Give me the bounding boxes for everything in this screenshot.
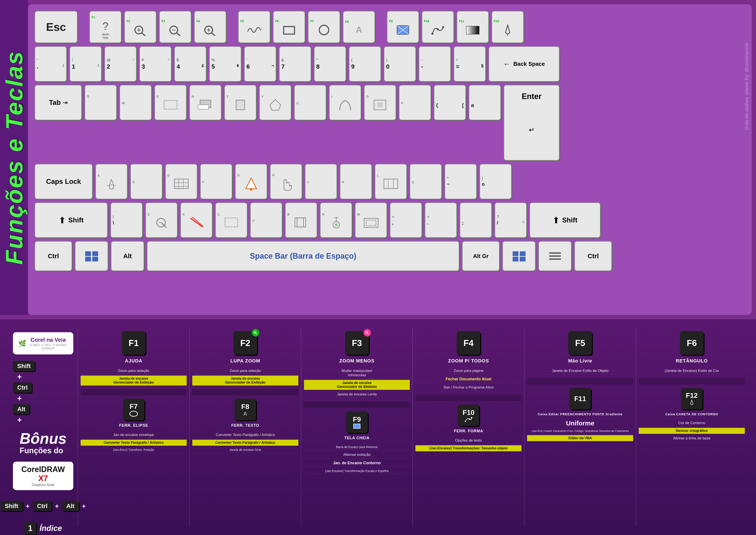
svg-rect-54 <box>85 257 91 262</box>
key-minus[interactable]: - - <box>418 46 451 82</box>
key-f1[interactable]: F1 ? AjudaHelp <box>89 11 122 43</box>
key-alt-left[interactable]: Alt <box>111 241 144 271</box>
key-o[interactable]: O <box>364 85 396 120</box>
key-c[interactable]: C <box>215 202 248 238</box>
key-shift-right[interactable]: ⬆ Shift <box>529 202 601 238</box>
fn5-divider <box>527 378 633 384</box>
key-v[interactable]: V <box>250 202 283 238</box>
svg-point-16 <box>431 33 434 35</box>
key-h[interactable]: H <box>270 164 302 199</box>
key-k[interactable]: K <box>340 164 372 199</box>
key-caps-lock[interactable]: Caps Lock <box>35 164 93 199</box>
key-4[interactable]: $ 4£ <box>174 46 206 82</box>
fn1-col: F1 AJUDA Zoom para seleção Janela de enc… <box>78 328 189 526</box>
key-comma[interactable]: < , <box>390 202 422 238</box>
key-backslash[interactable]: | \ <box>110 202 143 238</box>
key-alt-gr[interactable]: Alt Gr <box>462 241 500 271</box>
ctrl-key-combo[interactable]: Ctrl <box>13 382 32 393</box>
key-f6[interactable]: F6 <box>273 11 305 43</box>
key-t[interactable]: T <box>224 85 256 120</box>
key-r[interactable]: R <box>189 85 222 120</box>
key-8[interactable]: * 8 <box>314 46 346 82</box>
key-1[interactable]: ! 11 <box>69 46 102 82</box>
key-f11[interactable]: F11 <box>457 11 489 43</box>
number-row: " ,1 ! 11 @2 2 #3 3 $ 4£ % 5¢ ¨ <box>35 46 745 82</box>
fn6-bottom: F12 Caixa CANETA DE CONTORNO Cor de Cont… <box>639 388 745 442</box>
key-m[interactable]: M <box>355 202 387 238</box>
key-caret[interactable]: ^ ~ <box>445 164 477 199</box>
key-f2[interactable]: F2 <box>124 11 156 43</box>
shift-key-combo[interactable]: Shift <box>13 361 35 371</box>
key-n[interactable]: N <box>320 202 352 238</box>
key-ctrl-left[interactable]: Ctrl <box>35 241 72 271</box>
key-q[interactable]: Q <box>85 85 117 120</box>
alt-key-combo[interactable]: Alt <box>13 404 30 414</box>
fn4-bottom: F10 FERR. FORMA Opções de texto (Jan.Enc… <box>416 405 522 451</box>
svg-point-72 <box>465 421 466 422</box>
key-win-right[interactable] <box>502 241 536 271</box>
i-icon <box>337 99 354 111</box>
key-5[interactable]: % 5¢ <box>209 46 241 82</box>
key-u[interactable]: U <box>294 85 326 120</box>
key-i[interactable]: I <box>329 85 361 120</box>
key-f[interactable]: F <box>200 164 232 199</box>
key-esc[interactable]: Esc <box>35 11 78 43</box>
key-f10[interactable]: F10 <box>422 11 454 43</box>
fn6-top: F6 RETÂNGULO (Janela de Encaixe) Estilo … <box>639 331 745 375</box>
z-icon <box>153 216 170 229</box>
key-semicolon[interactable]: : ; <box>460 202 492 238</box>
key-bracket-open[interactable]: ` {[ <box>434 85 466 120</box>
info-layout: 🌿 Corel na Veia O MEU, O SEU, O NOSSO ES… <box>9 328 747 526</box>
zoom-minus-badge <box>365 331 369 335</box>
key-f7[interactable]: F7 <box>308 11 340 43</box>
alt-key-small[interactable]: Alt <box>62 501 79 511</box>
key-w[interactable]: W <box>120 85 152 120</box>
ctrl-key-small[interactable]: Ctrl <box>33 501 52 511</box>
key-backspace[interactable]: ← Back Space <box>489 46 560 82</box>
key-x[interactable]: X <box>180 202 213 238</box>
key-tab[interactable]: Tab ⇥ <box>35 85 82 120</box>
key-enter[interactable]: Enter ↵ <box>503 85 560 161</box>
key-brace[interactable]: } o <box>479 164 512 199</box>
shift-key-small[interactable]: Shift <box>0 501 22 511</box>
key-f9[interactable]: F9 <box>387 11 419 43</box>
key-2[interactable]: @2 2 <box>104 46 137 82</box>
key-equals[interactable]: + =§ <box>453 46 486 82</box>
key-shift-left[interactable]: ⬆ Shift <box>35 202 108 238</box>
key-y[interactable]: Y <box>259 85 291 120</box>
key-cedilla[interactable]: Ç <box>410 164 442 199</box>
key-space[interactable]: Space Bar (Barra de Espaço) <box>147 241 459 271</box>
key-7[interactable]: & 7 <box>279 46 311 82</box>
key-win-left[interactable] <box>75 241 108 271</box>
key-d[interactable]: D <box>165 164 198 199</box>
key-0[interactable]: ) 0 <box>384 46 416 82</box>
key-9[interactable]: ( 9 <box>349 46 381 82</box>
key-a[interactable]: A <box>95 164 128 199</box>
key-3[interactable]: #3 3 <box>139 46 172 82</box>
key-s[interactable]: S <box>130 164 163 199</box>
key-bracket-close[interactable]: ´ a <box>469 85 501 120</box>
key-6[interactable]: ¨ 6¬ <box>244 46 276 82</box>
svg-rect-53 <box>92 251 98 256</box>
key-backtick[interactable]: " ,1 <box>35 46 67 82</box>
key-j[interactable]: J <box>305 164 337 199</box>
key-f8[interactable]: F8 A <box>343 11 375 43</box>
key-z[interactable]: Z <box>145 202 177 238</box>
key-ctrl-right[interactable]: Ctrl <box>574 241 612 271</box>
key-l[interactable]: L <box>375 164 407 199</box>
pen-icon <box>500 24 515 36</box>
index-row: Shift + Ctrl + Alt + <box>0 501 86 511</box>
key-menu[interactable] <box>538 241 572 271</box>
key-e[interactable]: E <box>154 85 187 120</box>
key-period[interactable]: > . <box>425 202 457 238</box>
key-f12[interactable]: F12 <box>492 11 524 43</box>
key-slash[interactable]: ? /o <box>495 202 527 238</box>
key-f3[interactable]: F3 <box>159 11 191 43</box>
fn4-divider <box>416 395 522 401</box>
key-p[interactable]: P <box>399 85 431 120</box>
key-g[interactable]: G <box>235 164 267 199</box>
key-b[interactable]: B <box>285 202 317 238</box>
vertical-title-bar: Funções e Teclas <box>0 0 28 315</box>
key-f4[interactable]: F4 <box>194 11 226 43</box>
key-f5[interactable]: F5 <box>238 11 270 43</box>
